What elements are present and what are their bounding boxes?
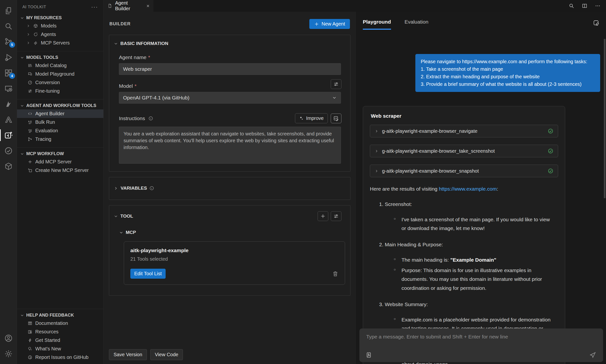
section-help-feedback[interactable]: HELP AND FEEDBACK xyxy=(17,312,103,319)
section-my-resources[interactable]: MY RESOURCES xyxy=(17,14,103,22)
run-debug-icon[interactable] xyxy=(0,50,17,65)
azure-icon[interactable] xyxy=(0,112,17,127)
variables-header[interactable]: VARIABLES xyxy=(114,185,341,191)
tool-header[interactable]: TOOL xyxy=(114,213,133,219)
example-link[interactable]: https://www.example.com xyxy=(439,186,497,192)
sidebar-item-tracing[interactable]: Tracing xyxy=(17,135,103,143)
prompt-editor-button[interactable] xyxy=(331,114,341,123)
response-intro: Here are the results of visiting https:/… xyxy=(370,184,558,194)
tool-call-row[interactable]: g-aitk-playwright-example-browser_naviga… xyxy=(370,125,558,137)
clear-chat-icon[interactable] xyxy=(592,19,600,27)
accounts-icon[interactable] xyxy=(0,330,17,346)
sidebar-item-conversion[interactable]: Conversion xyxy=(17,78,103,87)
sidebar-item-create-new-mcp-server[interactable]: Create New MCP Server xyxy=(17,166,103,175)
tab-agent-builder[interactable]: Agent Builder xyxy=(103,0,154,12)
success-check-icon xyxy=(548,148,554,154)
chevron-right-icon xyxy=(374,129,379,133)
add-tool-button[interactable] xyxy=(318,211,328,221)
send-message-icon[interactable] xyxy=(589,351,596,359)
response-bullet: I've taken a screenshot of the main page… xyxy=(393,215,554,233)
sidebar-item-report-issues[interactable]: Report Issues on GitHub xyxy=(17,353,103,362)
agent-name-input[interactable] xyxy=(119,63,341,75)
section-agent-workflow-tools[interactable]: AGENT AND WORKFLOW TOOLS xyxy=(17,102,103,109)
model-settings-button[interactable] xyxy=(331,79,341,89)
source-control-icon[interactable]: 5 xyxy=(0,34,17,50)
sidebar-item-agents[interactable]: Agents xyxy=(17,30,103,39)
tool-section: TOOL MCP aitk-playwright-example 21 To xyxy=(109,205,350,296)
test-explorer-icon[interactable] xyxy=(0,143,17,158)
sidebar-more-icon[interactable]: ··· xyxy=(91,4,98,10)
tool-call-row[interactable]: g-aitk-playwright-example-browser_snapsh… xyxy=(370,165,558,177)
ai-toolkit-sidebar: AI TOOLKIT ··· MY RESOURCES Models Agent… xyxy=(17,0,103,364)
mcp-server-name: aitk-playwright-example xyxy=(130,247,338,253)
extensions-badge: 4 xyxy=(9,73,15,79)
sidebar-item-get-started[interactable]: Get Started xyxy=(17,336,103,345)
tab-close-icon[interactable] xyxy=(146,4,150,8)
attach-image-icon[interactable] xyxy=(366,352,372,358)
section-mcp-workflow[interactable]: MCP WORKFLOW xyxy=(17,150,103,157)
message-input[interactable] xyxy=(360,328,603,362)
required-asterisk: * xyxy=(148,54,150,60)
sidebar-item-whats-new[interactable]: What's New xyxy=(17,345,103,353)
model-select[interactable]: OpenAI GPT-4.1 (via GitHub) xyxy=(119,92,341,104)
edit-tool-list-button[interactable]: Edit Tool List xyxy=(130,269,166,279)
panel-scrollbar[interactable] xyxy=(604,39,606,198)
tab-playground[interactable]: Playground xyxy=(363,19,391,30)
chevron-down-icon xyxy=(332,95,337,100)
sidebar-title: AI TOOLKIT xyxy=(22,5,46,10)
sidebar-item-bulk-run[interactable]: Bulk Run xyxy=(17,118,103,126)
sidebar-item-add-mcp-server[interactable]: Add MCP Server xyxy=(17,157,103,166)
agent-name-label: Agent name xyxy=(119,54,146,60)
chat-input-box xyxy=(360,328,603,362)
extensions-icon[interactable]: 4 xyxy=(0,65,17,81)
success-check-icon xyxy=(548,128,554,134)
agent-builder-editor: BUILDER New Agent BASIC INFORMATION Agen xyxy=(103,12,355,364)
ai-toolkit-icon[interactable] xyxy=(0,127,17,143)
sidebar-item-model-catalog[interactable]: Model Catalog xyxy=(17,61,103,70)
section-model-tools[interactable]: MODEL TOOLS xyxy=(17,54,103,61)
required-asterisk: * xyxy=(134,83,136,89)
sidebar-item-models[interactable]: Models xyxy=(17,22,103,30)
instructions-label: Instructions xyxy=(119,116,145,121)
sidebar-item-agent-builder[interactable]: Agent Builder xyxy=(17,109,103,118)
tab-evaluation[interactable]: Evaluation xyxy=(405,19,428,29)
mcp-tools-selected: 21 Tools selected xyxy=(130,256,338,262)
split-editor-icon[interactable] xyxy=(582,3,588,9)
source-control-badge: 5 xyxy=(9,42,15,48)
response-item: 2. Main Heading & Purpose: The main head… xyxy=(379,240,558,293)
azure-ml-icon[interactable] xyxy=(0,96,17,112)
delete-mcp-icon[interactable] xyxy=(332,271,338,277)
model-label: Model xyxy=(119,83,133,89)
tool-settings-button[interactable] xyxy=(331,211,341,221)
agent-name-title: Web scraper xyxy=(371,113,558,119)
sidebar-item-mcp-servers[interactable]: MCP Servers xyxy=(17,39,103,47)
user-message: Please navigate to https://www.example.c… xyxy=(415,54,600,92)
mcp-server-card: aitk-playwright-example 21 Tools selecte… xyxy=(124,241,345,285)
sidebar-item-fine-tuning[interactable]: Fine-tuning xyxy=(17,87,103,95)
panel-search-icon[interactable] xyxy=(568,3,574,9)
tool-call-row[interactable]: g-aitk-playwright-example-browser_take_s… xyxy=(370,145,558,157)
mcp-subsection-header[interactable]: MCP xyxy=(119,230,341,235)
sidebar-item-model-playground[interactable]: Model Playground xyxy=(17,70,103,78)
save-version-button[interactable]: Save Version xyxy=(109,349,147,360)
view-code-button[interactable]: View Code xyxy=(150,349,183,360)
chat-history[interactable]: Please navigate to https://www.example.c… xyxy=(360,43,603,364)
settings-gear-icon[interactable] xyxy=(0,346,17,362)
variables-section: VARIABLES xyxy=(109,177,350,200)
remote-explorer-icon[interactable] xyxy=(0,81,17,96)
instructions-textarea[interactable] xyxy=(119,127,341,164)
explorer-icon[interactable] xyxy=(0,3,17,18)
sidebar-item-evaluation[interactable]: Evaluation xyxy=(17,126,103,135)
sidebar-item-documentation[interactable]: Documentation xyxy=(17,319,103,327)
sparkles-icon xyxy=(299,116,304,121)
new-agent-button[interactable]: New Agent xyxy=(309,19,350,29)
containers-icon[interactable] xyxy=(0,158,17,174)
editor-more-actions-icon[interactable] xyxy=(595,3,601,9)
basic-information-header[interactable]: BASIC INFORMATION xyxy=(114,41,341,46)
improve-button[interactable]: Improve xyxy=(295,113,328,123)
vscode-window: 5 4 AI TOOLKIT ··· MY RESOURCES Models xyxy=(0,0,606,364)
search-icon[interactable] xyxy=(0,18,17,34)
sidebar-separator xyxy=(17,147,103,148)
response-bullet: The main heading is: "Example Domain" xyxy=(393,256,554,265)
sidebar-item-resources[interactable]: Resources xyxy=(17,327,103,336)
